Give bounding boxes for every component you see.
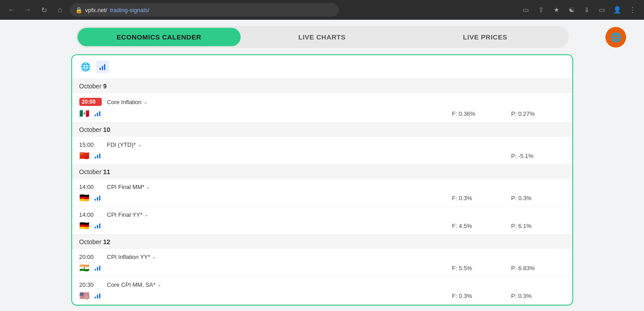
forecast-core-inflation: F: 0.36% (452, 110, 506, 117)
date-header-oct12: October 12 (72, 235, 572, 249)
chart-icon-fdi[interactable] (95, 152, 100, 160)
event-details-cpi-mm: 🇩🇪 F: 0.3% P: 0.3% (72, 192, 572, 206)
chart-icon-cpi-mm[interactable] (95, 194, 100, 202)
event-time-row-cpi-mm: 14:00 CPI Final MM* ⌄ (72, 179, 572, 192)
screenshot-btn[interactable]: ▭ (519, 4, 532, 16)
event-details-core-cpi: 🇺🇸 F: 0.3% P: 0.3% (72, 290, 572, 304)
flag-china: 🇨🇳 (79, 152, 89, 160)
url-prefix: vpfx.net/ (85, 7, 107, 13)
event-name-core-inflation[interactable]: Core Inflation ⌄ (107, 99, 147, 105)
nav-tabs: ECONOMICS CALENDER LIVE CHARTS LIVE PRIC… (76, 26, 569, 48)
event-group-oct9: 20:00 Core Inflation ⌄ 🇲🇽 F: 0.36 (72, 93, 572, 123)
forecast-core-cpi: F: 0.3% (452, 293, 506, 299)
calendar-inner: 🌐 October 9 20:00 Core Inflation ⌄ (72, 55, 572, 305)
chart-icon-cpi-inf[interactable] (95, 264, 100, 272)
bar-chart-icon (99, 64, 105, 70)
event-name-cpi-yy[interactable]: CPI Final YY* ⌄ (107, 211, 148, 218)
share-btn[interactable]: ⇧ (535, 4, 547, 16)
tablet-btn[interactable]: ▭ (596, 4, 608, 16)
event-time-row-cpi-inf: 20:00 CPI Inflation YY* ⌄ (72, 249, 572, 262)
download-btn[interactable]: ⇓ (580, 4, 593, 16)
event-group-oct12-cpi-inf: 20:00 CPI Inflation YY* ⌄ 🇮🇳 F: 5 (72, 249, 572, 277)
event-details-cpi-inf: 🇮🇳 F: 5.5% P: 6.83% (72, 262, 572, 276)
flag-usa: 🇺🇸 (79, 292, 89, 300)
event-time-core-inflation: 20:00 (79, 98, 102, 106)
event-time-cpi-yy: 14:00 (79, 211, 102, 218)
menu-btn[interactable]: ⋮ (626, 4, 639, 16)
event-name-fdi[interactable]: FDI (YTD)* ⌄ (107, 141, 142, 148)
bar-chart-small-icon-core-cpi (95, 292, 100, 298)
event-group-oct11-cpi-yy: 14:00 CPI Final YY* ⌄ 🇩🇪 F: 4.5% (72, 207, 572, 235)
date-label-oct10: October 10 (79, 126, 110, 133)
main-container: 🌐 October 9 20:00 Core Inflation ⌄ (71, 54, 573, 306)
chevron-icon: ⌄ (143, 99, 147, 105)
event-time-core-cpi: 20:30 (79, 281, 102, 288)
event-time-row-core-inflation: 20:00 Core Inflation ⌄ (72, 93, 572, 108)
previous-core-inflation: P: 0.27% (511, 110, 565, 117)
bar-chart-small-icon-cpi-mm (95, 194, 100, 201)
chevron-icon-cpi-yy: ⌄ (144, 212, 148, 218)
tab-economics[interactable]: ECONOMICS CALENDER (78, 28, 241, 46)
url-path: trading-signals/ (110, 7, 149, 13)
chart-icon-core-cpi[interactable] (95, 292, 100, 300)
nav-bar: ECONOMICS CALENDER LIVE CHARTS LIVE PRIC… (0, 20, 644, 54)
browser-chrome: ← → ↻ ⌂ 🔒 vpfx.net/trading-signals/ ▭ ⇧ … (0, 0, 644, 20)
event-time-row-fdi: 15:00 FDI (YTD)* ⌄ (72, 137, 572, 150)
bar-chart-small-icon-fdi (95, 152, 100, 158)
event-details-cpi-yy: 🇩🇪 F: 4.5% P: 6.1% (72, 220, 572, 234)
event-group-oct12-core-cpi: 20:30 Core CPI MM, SA* ⌄ 🇺🇸 F: 0. (72, 277, 572, 305)
chart-icon-core-inflation[interactable] (95, 110, 100, 118)
event-time-cpi-inf: 20:00 (79, 254, 102, 260)
event-time-fdi: 15:00 (79, 141, 102, 148)
event-details-core-inflation: 🇲🇽 F: 0.36% P: 0.27% (72, 108, 572, 122)
address-bar[interactable]: 🔒 vpfx.net/trading-signals/ (70, 3, 339, 17)
bar-chart-small-icon-cpi-inf (95, 264, 100, 271)
date-header-oct10: October 10 (72, 123, 572, 137)
event-time-row-core-cpi: 20:30 Core CPI MM, SA* ⌄ (72, 277, 572, 290)
chart-icon-cpi-yy[interactable] (95, 222, 100, 230)
page-content: ECONOMICS CALENDER LIVE CHARTS LIVE PRIC… (0, 20, 644, 311)
forecast-cpi-mm: F: 0.3% (452, 195, 506, 201)
event-group-oct10: 15:00 FDI (YTD)* ⌄ 🇨🇳 (72, 137, 572, 165)
forecast-cpi-inf: F: 5.5% (452, 265, 506, 272)
event-name-core-cpi[interactable]: Core CPI MM, SA* ⌄ (107, 281, 161, 288)
previous-fdi: P: -5.1% (511, 153, 565, 159)
profile-btn[interactable]: 👤 (611, 4, 623, 16)
chevron-icon-cpi-mm: ⌄ (146, 184, 150, 190)
tab-charts[interactable]: LIVE CHARTS (241, 28, 404, 46)
home-button[interactable]: ⌂ (54, 4, 66, 16)
event-group-oct11-cpi-mm: 14:00 CPI Final MM* ⌄ 🇩🇪 F: 0.3% (72, 179, 572, 207)
back-button[interactable]: ← (5, 4, 18, 16)
browser-actions: ▭ ⇧ ★ ☯ ⇓ ▭ 👤 ⋮ (519, 4, 639, 16)
previous-cpi-inf: P: 6.83% (511, 265, 565, 272)
flag-mexico: 🇲🇽 (79, 110, 89, 118)
globe-button[interactable]: 🌐 (605, 27, 626, 48)
reload-button[interactable]: ↻ (38, 4, 50, 16)
event-name-cpi-inf[interactable]: CPI Inflation YY* ⌄ (107, 254, 156, 260)
calendar-toolbar: 🌐 (72, 55, 572, 79)
bookmark-btn[interactable]: ★ (550, 4, 562, 16)
chevron-icon-core-cpi: ⌄ (157, 282, 161, 288)
chevron-icon-cpi-inf: ⌄ (152, 254, 156, 260)
event-details-fdi: 🇨🇳 P: -5.1% (72, 150, 572, 164)
globe-filter-icon[interactable]: 🌐 (79, 61, 92, 73)
tab-prices[interactable]: LIVE PRICES (404, 28, 567, 46)
previous-cpi-mm: P: 0.3% (511, 195, 565, 201)
bar-chart-small-icon (95, 110, 100, 116)
event-time-row-cpi-yy: 14:00 CPI Final YY* ⌄ (72, 207, 572, 220)
previous-core-cpi: P: 0.3% (511, 293, 565, 299)
forward-button[interactable]: → (22, 4, 34, 16)
event-time-cpi-mm: 14:00 (79, 184, 102, 190)
flag-germany-1: 🇩🇪 (79, 194, 89, 202)
bar-chart-small-icon-cpi-yy (95, 222, 100, 228)
date-header-oct9: October 9 (72, 79, 572, 93)
event-name-cpi-mm[interactable]: CPI Final MM* ⌄ (107, 184, 151, 190)
date-header-oct11: October 11 (72, 165, 572, 179)
extensions-btn[interactable]: ☯ (565, 4, 578, 16)
date-label-oct12: October 12 (79, 238, 110, 245)
previous-cpi-yy: P: 6.1% (511, 223, 565, 229)
chart-filter-icon[interactable] (96, 61, 109, 73)
flag-germany-2: 🇩🇪 (79, 222, 89, 230)
forecast-cpi-yy: F: 4.5% (452, 223, 506, 229)
flag-india: 🇮🇳 (79, 264, 89, 272)
